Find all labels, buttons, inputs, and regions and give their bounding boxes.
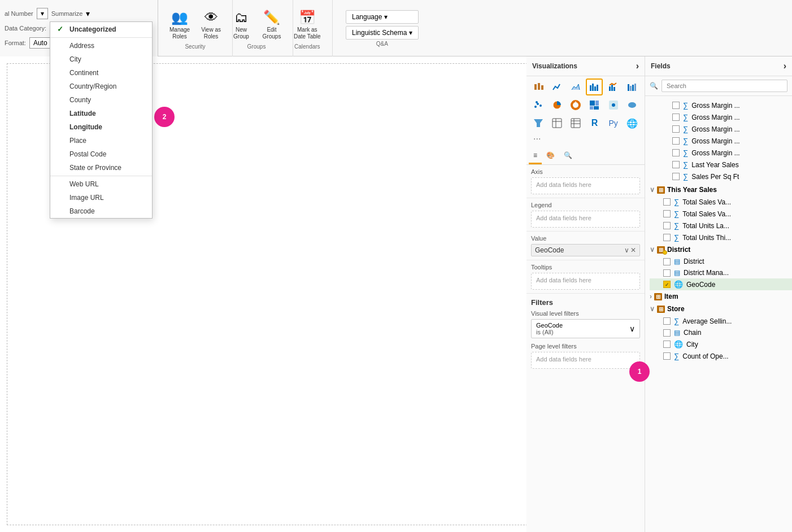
page-level-drop-zone[interactable]: Add data fields here <box>531 352 640 369</box>
menu-item-country-region[interactable]: Country/Region <box>50 80 152 93</box>
viz-matrix[interactable] <box>567 115 584 132</box>
viz-donut[interactable] <box>567 97 584 114</box>
checkbox-district[interactable] <box>663 258 671 265</box>
viz-clustered-bar[interactable] <box>586 79 603 95</box>
checkbox-gm5[interactable] <box>672 149 680 156</box>
checkbox-spsf[interactable] <box>672 173 680 180</box>
summarize-dropdown-arrow[interactable]: ▾ <box>86 9 90 18</box>
search-input[interactable] <box>662 80 787 92</box>
format-tab[interactable]: 🎨 <box>542 147 559 164</box>
menu-item-uncategorized[interactable]: ✓ Uncategorized <box>50 22 152 36</box>
district-field[interactable]: ▤ District <box>650 256 792 267</box>
district-manager[interactable]: ▤ District Mana... <box>650 267 792 278</box>
checkbox-tut[interactable] <box>663 234 671 241</box>
chain-field[interactable]: ▤ Chain <box>650 327 792 338</box>
district-indicator <box>663 250 667 255</box>
checkbox-gm3[interactable] <box>672 125 680 133</box>
tooltips-drop-zone[interactable]: Add data fields here <box>531 273 640 290</box>
viz-python[interactable]: Py <box>605 115 622 132</box>
fields-tab[interactable]: ≡ <box>529 147 542 164</box>
viz-map[interactable] <box>605 97 622 114</box>
linguistic-schema-button[interactable]: Linguistic Schema ▾ <box>346 26 419 40</box>
menu-item-place[interactable]: Place <box>50 134 152 147</box>
legend-drop-zone[interactable]: Add data fields here <box>531 211 640 228</box>
this-year-sales-header[interactable]: ∨ ⊞ This Year Sales <box>645 184 792 196</box>
viz-filled-map[interactable] <box>624 97 641 114</box>
geocode-filter-chip[interactable]: GeoCode is (All) ∨ <box>531 319 640 338</box>
filter-chip-expand[interactable]: ∨ <box>629 324 635 333</box>
checkbox-lys[interactable] <box>672 161 680 168</box>
checkbox-chain[interactable] <box>663 329 671 337</box>
menu-item-state-province[interactable]: State or Province <box>50 161 152 175</box>
gross-margin-1[interactable]: ∑ Gross Margin ... <box>659 99 787 111</box>
gross-margin-5[interactable]: ∑ Gross Margin ... <box>659 147 787 159</box>
viz-globe[interactable]: 🌐 <box>624 115 641 132</box>
axis-drop-zone[interactable]: Add data fields here <box>531 177 640 194</box>
geocode-value-chip[interactable]: GeoCode ∨ ✕ <box>531 244 640 256</box>
gross-margin-2[interactable]: ∑ Gross Margin ... <box>659 111 787 123</box>
checkbox-city[interactable] <box>663 341 671 348</box>
viz-funnel[interactable] <box>530 115 547 132</box>
menu-item-image-url[interactable]: Image URL <box>50 191 152 204</box>
total-units-la[interactable]: ∑ Total Units La... <box>650 220 792 232</box>
viz-scatter[interactable] <box>530 97 547 114</box>
store-header[interactable]: ∨ ⊞ Store <box>645 303 792 315</box>
checkbox-count[interactable] <box>663 352 671 360</box>
menu-item-barcode[interactable]: Barcode <box>50 204 152 218</box>
chip-close-icon[interactable]: ✕ <box>630 246 636 254</box>
menu-item-address[interactable]: Address <box>50 39 152 53</box>
visualizations-expand-icon[interactable]: › <box>636 61 639 71</box>
checkbox-tsv1[interactable] <box>663 198 671 206</box>
viz-ribbon[interactable] <box>624 79 641 95</box>
viz-area-chart[interactable] <box>567 79 584 95</box>
format-value: Auto <box>33 39 47 47</box>
menu-item-web-url[interactable]: Web URL <box>50 177 152 191</box>
fields-expand-icon[interactable]: › <box>784 61 786 71</box>
checkbox-gm4[interactable] <box>672 137 680 145</box>
edit-groups-button[interactable]: ✏️ EditGroups <box>258 7 286 42</box>
menu-item-county[interactable]: County <box>50 93 152 107</box>
value-label: Value <box>531 235 640 242</box>
language-button[interactable]: Language ▾ <box>346 10 419 24</box>
total-sales-va-1[interactable]: ∑ Total Sales Va... <box>650 196 792 208</box>
mark-date-table-button[interactable]: 📅 Mark asDate Table <box>289 7 325 42</box>
checkbox-tul[interactable] <box>663 222 671 229</box>
item-header[interactable]: › ⊞ Item <box>645 290 792 303</box>
checkbox-gm2[interactable] <box>672 114 680 121</box>
geocode-field[interactable]: ✓ 🌐 GeoCode <box>650 278 792 290</box>
district-header[interactable]: ∨ ⊞ District <box>645 243 792 256</box>
viz-r[interactable]: R <box>586 115 603 132</box>
manage-roles-button[interactable]: 👥 ManageRoles <box>165 7 194 42</box>
menu-item-city[interactable]: City <box>50 53 152 66</box>
gross-margin-3[interactable]: ∑ Gross Margin ... <box>659 123 787 135</box>
viz-line-chart[interactable] <box>549 79 565 95</box>
menu-item-postal-code[interactable]: Postal Code <box>50 147 152 161</box>
total-units-thi[interactable]: ∑ Total Units Thi... <box>650 232 792 243</box>
city-field[interactable]: 🌐 City <box>650 338 792 350</box>
checkbox-tsv2[interactable] <box>663 210 671 217</box>
viz-stacked-bar[interactable] <box>530 79 547 95</box>
checkbox-geocode[interactable]: ✓ <box>663 281 671 288</box>
gross-margin-4[interactable]: ∑ Gross Margin ... <box>659 135 787 147</box>
viz-treemap[interactable] <box>586 97 603 114</box>
total-sales-va-2[interactable]: ∑ Total Sales Va... <box>650 208 792 220</box>
menu-item-continent[interactable]: Continent <box>50 66 152 80</box>
viz-pie[interactable] <box>549 97 565 114</box>
last-year-sales[interactable]: ∑ Last Year Sales <box>659 159 787 171</box>
analytics-tab[interactable]: 🔍 <box>559 147 577 164</box>
checkbox-avg[interactable] <box>663 317 671 325</box>
sales-per-sq-ft[interactable]: ∑ Sales Per Sq Ft <box>659 171 787 182</box>
viz-more-icon[interactable]: ··· <box>530 133 641 145</box>
viz-line-bar[interactable] <box>605 79 622 95</box>
count-ope[interactable]: ∑ Count of Ope... <box>650 350 792 362</box>
menu-item-latitude[interactable]: Latitude <box>50 107 152 120</box>
checkbox-dm[interactable] <box>663 269 671 277</box>
new-group-button[interactable]: 🗂 NewGroup <box>227 7 255 42</box>
viz-table[interactable] <box>549 115 565 132</box>
avg-selling[interactable]: ∑ Average Sellin... <box>650 315 792 327</box>
viz-icons-container: R Py 🌐 ··· <box>526 76 645 147</box>
chip-expand-icon[interactable]: ∨ <box>624 246 629 254</box>
number-dropdown[interactable]: ▾ <box>37 8 48 19</box>
checkbox-gm1[interactable] <box>672 102 680 109</box>
menu-item-longitude[interactable]: Longitude <box>50 120 152 134</box>
